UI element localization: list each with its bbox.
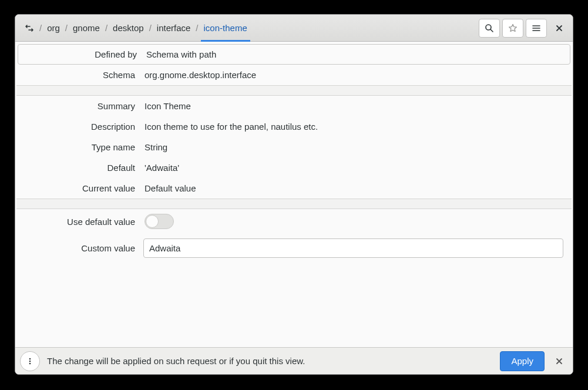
actionbar-message: The change will be applied on such reque… [45,356,495,366]
breadcrumb-item-gnome[interactable]: gnome [72,15,101,41]
window-close-button[interactable] [549,19,569,38]
headerbar: / org / gnome / desktop / interface / ic… [15,15,573,42]
row-schema: Schema org.gnome.desktop.interface [16,65,572,85]
use-default-switch[interactable] [145,214,174,229]
settings-editor-window: / org / gnome / desktop / interface / ic… [15,14,573,375]
svg-point-3 [29,360,31,362]
header-actions [479,19,569,38]
dismiss-actionbar-button[interactable] [549,351,569,371]
schema-label: Schema [25,70,143,80]
apply-button[interactable]: Apply [500,351,545,371]
row-current-value: Current value Default value [16,178,572,199]
use-default-switch-wrapper [143,214,563,229]
typename-value: String [143,142,563,152]
breadcrumb-item-icon-theme[interactable]: icon-theme [203,15,248,41]
svg-line-1 [490,29,493,32]
description-value: Icon theme to use for the panel, nautilu… [143,122,563,132]
row-summary: Summary Icon Theme [16,96,572,116]
row-default: Default 'Adwaita' [16,157,572,178]
row-custom-value: Custom value [16,234,572,262]
breadcrumb-separator: / [149,23,152,33]
breadcrumb: / org / gnome / desktop / interface / ic… [23,15,479,41]
svg-point-2 [29,358,31,359]
close-icon [556,358,563,365]
actionbar: The change will be applied on such reque… [15,347,573,374]
breadcrumb-item-org[interactable]: org [46,15,61,41]
bookmark-button[interactable] [502,19,523,38]
default-value: 'Adwaita' [143,163,563,173]
breadcrumb-separator: / [39,23,42,33]
breadcrumb-separator: / [105,23,107,33]
default-label: Default [25,163,143,173]
summary-label: Summary [25,101,143,111]
close-icon [556,25,563,32]
svg-point-4 [29,362,31,364]
menu-button[interactable] [526,19,547,38]
more-actions-button[interactable] [20,351,40,371]
current-value-label: Current value [25,183,143,193]
hamburger-icon [532,23,541,33]
current-value-value: Default value [143,183,563,193]
breadcrumb-item-desktop[interactable]: desktop [112,15,145,41]
custom-value-input[interactable] [143,238,563,258]
star-icon [508,23,518,33]
row-use-default: Use default value [16,209,572,234]
breadcrumb-separator: / [65,23,68,33]
home-icon[interactable] [23,15,35,41]
summary-value: Icon Theme [143,101,563,111]
defined-by-label: Defined by [26,49,145,59]
search-button[interactable] [479,19,500,38]
group-divider [16,199,572,209]
use-default-label: Use default value [25,217,143,227]
schema-value: org.gnome.desktop.interface [143,70,563,80]
custom-value-label: Custom value [25,243,143,253]
defined-by-value: Schema with path [145,49,562,59]
breadcrumb-item-interface[interactable]: interface [156,15,192,41]
typename-label: Type name [25,142,143,152]
row-description: Description Icon theme to use for the pa… [16,116,572,137]
row-defined-by: Defined by Schema with path [18,44,570,65]
description-label: Description [25,122,143,132]
content-area: Defined by Schema with path Schema org.g… [15,42,573,347]
switch-knob [146,215,159,228]
breadcrumb-separator: / [196,23,198,33]
more-vertical-icon [26,357,34,365]
row-typename: Type name String [16,137,572,157]
group-divider [16,85,572,96]
search-icon [485,23,494,33]
